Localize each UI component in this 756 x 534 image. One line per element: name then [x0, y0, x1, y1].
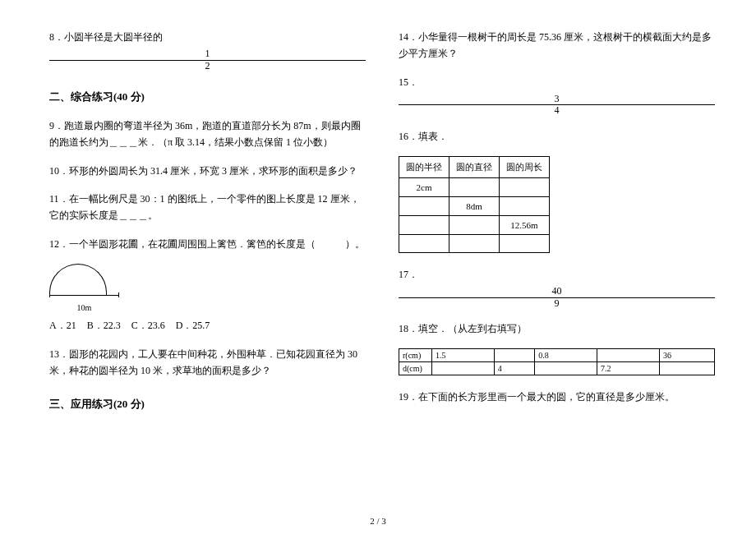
q15-text: 15．: [399, 76, 418, 88]
t1-cell-empty: [399, 215, 449, 234]
question-8: 8．小圆半径是大圆半径的 1 2: [49, 29, 366, 71]
section-3-title: 三、应用练习(20 分): [49, 397, 366, 412]
q15-num: 3: [399, 94, 715, 105]
table-circle-properties: 圆的半径 圆的直径 圆的周长 2cm 8dm 12.56m: [399, 156, 550, 253]
option-a: A．21: [49, 320, 76, 331]
t1-cell-empty: [500, 177, 550, 196]
option-c: C．23.6: [131, 320, 165, 331]
question-12: 12．一个半圆形花圃，在花圃周围围上篱笆．篱笆的长度是（ ）。: [49, 236, 366, 252]
q15-den: 4: [399, 105, 715, 116]
t1-cell-empty: [500, 196, 550, 215]
q17-den: 9: [399, 298, 715, 309]
question-16: 16．填表．: [399, 128, 715, 145]
section-2-title: 二、综合练习(40 分): [49, 90, 366, 104]
t2-cell-empty: [535, 362, 597, 375]
t1-cell-empty: [399, 196, 449, 215]
t1-header-circumference: 圆的周长: [500, 156, 550, 177]
semicircle-figure: 10m: [49, 264, 366, 312]
t1-header-radius: 圆的半径: [399, 156, 449, 177]
t1-cell: 8dm: [449, 196, 500, 215]
q17-fraction: 40 9: [399, 286, 715, 308]
q15-fraction: 3 4: [399, 94, 715, 116]
t2-cell-empty: [494, 349, 534, 362]
semicircle-shape: [49, 264, 107, 295]
q17-text: 17．: [399, 269, 418, 280]
table-radius-diameter: r(cm) 1.5 0.8 36 d(cm) 4 7.2: [399, 348, 715, 375]
question-15: 15． 3 4: [399, 74, 715, 117]
t2-r-label: r(cm): [399, 349, 432, 362]
option-d: D．25.7: [176, 320, 210, 331]
q8-num: 1: [49, 48, 366, 60]
q8-fraction: 1 2: [49, 48, 366, 71]
q8-text: 8．小圆半径是大圆半径的: [49, 31, 163, 43]
question-17: 17． 40 9: [399, 266, 715, 309]
table-row: r(cm) 1.5 0.8 36: [399, 349, 715, 362]
t1-cell: 2cm: [399, 177, 449, 196]
q17-num: 40: [399, 286, 715, 297]
option-b: B．22.3: [87, 320, 121, 331]
t2-cell: 1.5: [432, 349, 495, 362]
table-row: d(cm) 4 7.2: [399, 362, 715, 375]
table-row: 12.56m: [399, 215, 550, 234]
t1-header-diameter: 圆的直径: [449, 156, 500, 177]
dimension-line: [49, 295, 119, 305]
t2-cell-empty: [597, 349, 660, 362]
t2-cell-empty: [432, 362, 495, 375]
q12-options: A．21 B．22.3 C．23.6 D．25.7: [49, 317, 366, 334]
question-13: 13．圆形的花园内，工人要在中间种花，外围种草．已知花园直径为 30 米，种花的…: [49, 346, 366, 380]
question-18: 18．填空．（从左到右填写）: [399, 320, 715, 337]
t1-cell-empty: [399, 234, 449, 252]
question-11: 11．在一幅比例尺是 30：1 的图纸上，一个零件的图上长度是 12 厘米，它的…: [49, 191, 366, 224]
t1-cell-empty: [500, 234, 550, 252]
t1-cell-empty: [449, 177, 500, 196]
table-row: 8dm: [399, 196, 550, 215]
t1-cell: 12.56m: [500, 215, 550, 234]
table-row: 2cm: [399, 177, 550, 196]
t2-d-label: d(cm): [399, 362, 432, 375]
question-9: 9．跑道最内圈的弯道半径为 36m，跑道的直道部分长为 87m，则最内圈的跑道长…: [49, 117, 366, 151]
table-row: 圆的半径 圆的直径 圆的周长: [399, 156, 550, 177]
t1-cell-empty: [449, 234, 500, 252]
t2-cell: 7.2: [597, 362, 660, 375]
table-row: [399, 234, 550, 252]
t2-cell: 4: [494, 362, 534, 375]
t2-cell: 36: [659, 349, 714, 362]
question-19: 19．在下面的长方形里画一个最大的圆，它的直径是多少厘米。: [399, 389, 715, 405]
question-10: 10．环形的外圆周长为 31.4 厘米，环宽 3 厘米，求环形的面积是多少？: [49, 163, 366, 179]
q8-den: 2: [49, 61, 366, 71]
page-number: 2 / 3: [0, 516, 756, 526]
question-14: 14．小华量得一根树干的周长是 75.36 厘米，这根树干的横截面大约是多少平方…: [399, 29, 715, 62]
t1-cell-empty: [449, 215, 500, 234]
t2-cell: 0.8: [535, 349, 597, 362]
t2-cell-empty: [659, 362, 714, 375]
